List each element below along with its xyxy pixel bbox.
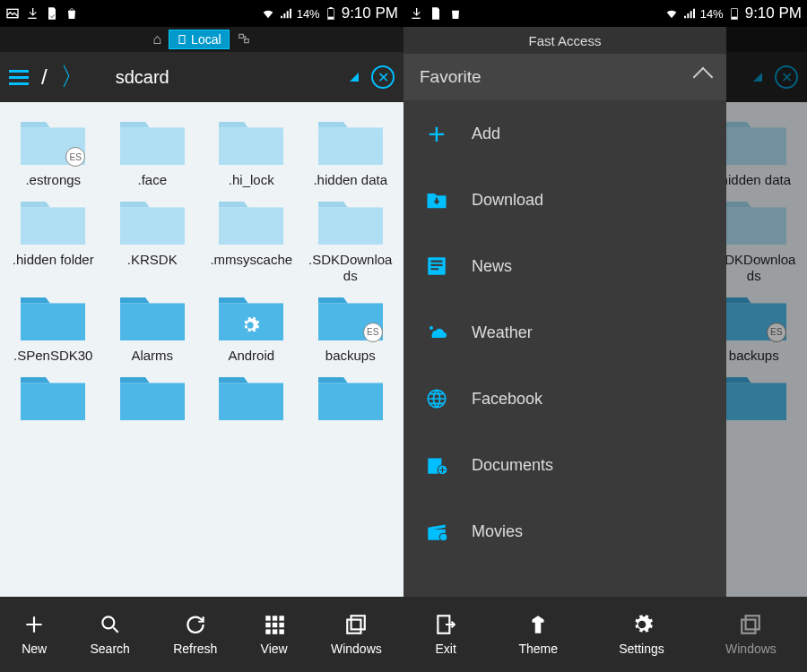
folder-item[interactable]: Alarms <box>107 290 199 363</box>
folder-item[interactable] <box>7 370 100 427</box>
tab-local[interactable]: Local <box>169 30 229 49</box>
windows-button[interactable]: Windows <box>331 613 382 656</box>
battery-pct: 14% <box>297 7 320 21</box>
folder-item[interactable]: Android <box>205 290 298 363</box>
home-icon[interactable]: ⌂ <box>152 31 161 47</box>
file-grid[interactable]: ES.estrongs.face.hi_lock.hidden data.hid… <box>0 102 404 597</box>
theme-icon <box>526 613 550 636</box>
view-button[interactable]: View <box>261 613 288 656</box>
folder-item[interactable]: .hidden folder <box>7 194 100 283</box>
svg-rect-23 <box>318 383 383 420</box>
movies-icon <box>423 518 450 545</box>
grid-icon <box>263 613 286 636</box>
svg-rect-27 <box>279 616 283 620</box>
folder-label: Android <box>228 348 274 363</box>
bag-icon <box>65 6 79 21</box>
svg-rect-46 <box>722 208 786 246</box>
drawer-favorite-header[interactable]: Favorite <box>404 54 726 100</box>
theme-button[interactable]: Theme <box>518 613 558 656</box>
drawer-bottom-toolbar: ExitThemeSettingsWindows <box>404 597 807 672</box>
battery-pct: 14% <box>700 7 724 21</box>
doc-icon <box>429 6 443 21</box>
folder-icon <box>718 115 790 168</box>
drawer-item-add[interactable]: +Add <box>404 100 726 167</box>
svg-rect-32 <box>272 629 276 633</box>
folder-item[interactable] <box>107 370 199 427</box>
path-bar: / 〉 sdcard ✕ <box>0 52 404 102</box>
drawer-item-movies[interactable]: Movies <box>404 498 726 564</box>
search-icon <box>99 613 122 636</box>
folder-icon <box>718 194 790 248</box>
folder-label: .SDKDownloads <box>306 252 395 283</box>
svg-rect-25 <box>265 616 270 620</box>
dropdown-icon[interactable] <box>350 73 359 82</box>
svg-rect-3 <box>329 7 332 8</box>
plus-icon: + <box>423 120 450 147</box>
drawer-item-news[interactable]: News <box>404 233 726 299</box>
folder-item[interactable] <box>205 370 298 427</box>
svg-rect-38 <box>732 17 736 19</box>
chevron-right-icon: 〉 <box>60 60 85 94</box>
folder-item[interactable] <box>305 370 397 427</box>
menu-icon[interactable] <box>9 70 29 85</box>
folder-item[interactable]: .SDKDownloads <box>305 194 397 283</box>
battery-icon <box>727 6 742 21</box>
folder-item[interactable]: .SPenSDK30 <box>7 290 100 363</box>
svg-rect-16 <box>21 303 85 340</box>
folder-item[interactable]: ESbackups <box>305 290 397 363</box>
search-button[interactable]: Search <box>91 613 130 656</box>
svg-rect-10 <box>219 127 283 165</box>
folder-label: .hidden folder <box>13 252 94 267</box>
path-root[interactable]: / <box>41 65 48 90</box>
svg-rect-31 <box>265 629 270 633</box>
drawer-item-weather[interactable]: Weather <box>404 299 726 366</box>
folder-icon <box>215 290 287 344</box>
folder-icon: ES <box>315 290 386 344</box>
folder-label: backups <box>729 348 779 363</box>
folder-icon <box>315 115 386 168</box>
battery-icon <box>324 6 338 21</box>
folder-item[interactable]: .mmsyscache <box>205 194 298 283</box>
drawer-item-download[interactable]: Download <box>404 167 726 233</box>
globe-icon <box>423 385 450 412</box>
svg-rect-15 <box>318 208 383 246</box>
svg-rect-14 <box>219 208 283 246</box>
svg-rect-6 <box>239 34 243 38</box>
fast-access-drawer: Fast Access Favorite +AddDownloadNewsWea… <box>404 27 726 597</box>
svg-rect-29 <box>272 623 276 627</box>
new-button[interactable]: New <box>22 613 47 656</box>
drawer-title: Fast Access <box>404 27 726 54</box>
refresh-button[interactable]: Refresh <box>173 613 217 656</box>
image-icon <box>5 6 20 21</box>
close-icon[interactable]: ✕ <box>371 65 395 89</box>
settings-button[interactable]: Settings <box>619 613 664 656</box>
download-icon <box>409 6 423 21</box>
folder-label: .face <box>137 172 167 187</box>
svg-rect-22 <box>219 383 283 420</box>
signal-icon <box>279 6 293 21</box>
screen-right: 14% 9:10 PM ✕ ES.estrongs.face.hi_lock.h… <box>404 0 807 672</box>
windows-button: Windows <box>725 613 777 656</box>
folder-item[interactable]: .KRSDK <box>107 194 199 283</box>
svg-rect-42 <box>722 127 786 165</box>
folder-icon: ES <box>17 115 89 168</box>
docs-icon <box>423 452 450 478</box>
location-tabs: ⌂ Local <box>0 27 404 52</box>
folder-item[interactable]: .face <box>107 115 199 187</box>
folder-item[interactable]: .hi_lock <box>205 115 298 187</box>
svg-point-63 <box>439 533 447 541</box>
close-icon: ✕ <box>775 65 798 89</box>
svg-rect-12 <box>21 208 85 246</box>
drawer-item-documents[interactable]: Documents <box>404 432 726 498</box>
folder-label: .KRSDK <box>127 252 178 267</box>
svg-rect-35 <box>348 620 361 633</box>
path-current[interactable]: sdcard <box>116 67 169 88</box>
network-icon[interactable] <box>237 32 251 47</box>
clock: 9:10 PM <box>342 4 398 22</box>
folder-item[interactable]: .hidden data <box>305 115 397 187</box>
signal-icon <box>682 6 697 21</box>
bottom-toolbar: NewSearchRefreshViewWindows <box>0 597 404 672</box>
folder-item[interactable]: ES.estrongs <box>7 115 100 187</box>
drawer-item-facebook[interactable]: Facebook <box>404 366 726 432</box>
exit-button[interactable]: Exit <box>434 613 457 656</box>
